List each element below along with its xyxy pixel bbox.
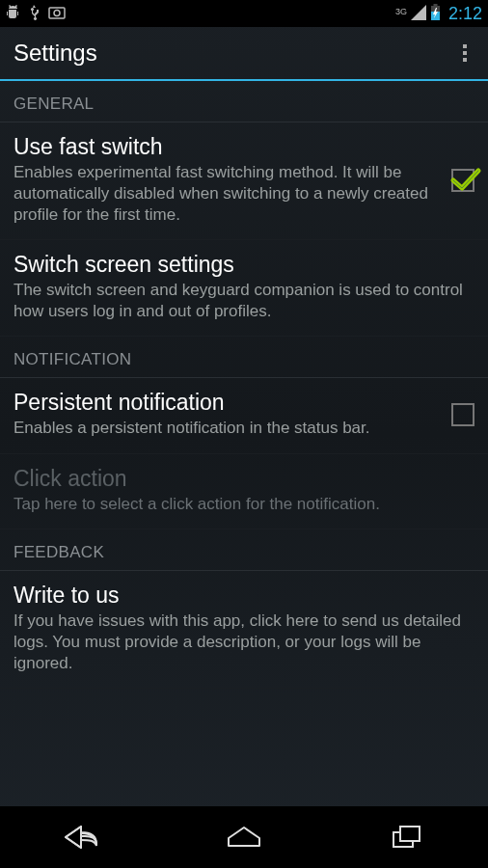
back-icon	[60, 823, 102, 852]
setting-subtitle: Tap here to select a click action for th…	[14, 494, 465, 515]
setting-title: Write to us	[14, 583, 465, 609]
section-header-feedback: FEEDBACK	[0, 529, 488, 571]
svg-rect-4	[433, 4, 437, 6]
settings-list: GENERAL Use fast switch Enables experime…	[0, 81, 488, 689]
setting-title: Use fast switch	[14, 134, 442, 160]
status-bar: 3G 2:12	[0, 0, 488, 27]
setting-subtitle: Enables a persistent notification in the…	[14, 418, 442, 439]
home-icon	[225, 825, 263, 850]
usb-icon	[27, 5, 41, 23]
overflow-menu-button[interactable]	[455, 37, 474, 69]
setting-subtitle: Enables experimental fast switching meth…	[14, 162, 442, 226]
setting-switch-screen[interactable]: Switch screen settings The switch screen…	[0, 240, 488, 337]
setting-write-to-us[interactable]: Write to us If you have issues with this…	[0, 571, 488, 689]
svg-rect-6	[400, 827, 420, 841]
network-label: 3G	[395, 7, 407, 16]
setting-title: Click action	[14, 466, 465, 492]
setting-subtitle: The switch screen and keyguard companion…	[14, 280, 465, 322]
recents-icon	[391, 824, 423, 851]
recents-button[interactable]	[368, 818, 446, 856]
nav-bar	[0, 806, 488, 868]
setting-persistent-notification[interactable]: Persistent notification Enables a persis…	[0, 378, 488, 453]
checkbox-persistent-notification[interactable]	[451, 403, 474, 426]
svg-point-1	[54, 10, 60, 15]
setting-use-fast-switch[interactable]: Use fast switch Enables experimental fas…	[0, 122, 488, 240]
back-button[interactable]	[42, 818, 120, 856]
clock: 2:12	[448, 4, 482, 24]
setting-title: Switch screen settings	[14, 252, 465, 278]
signal-icon: 3G	[395, 5, 426, 23]
section-header-general: GENERAL	[0, 81, 488, 122]
checkbox-fast-switch[interactable]	[451, 169, 474, 192]
svg-rect-0	[49, 8, 65, 18]
setting-title: Persistent notification	[14, 390, 442, 416]
section-header-notification: NOTIFICATION	[0, 337, 488, 378]
setting-subtitle: If you have issues with this app, click …	[14, 610, 465, 674]
battery-icon	[430, 4, 441, 24]
android-bug-icon	[6, 5, 19, 23]
page-title: Settings	[14, 40, 97, 67]
setting-click-action: Click action Tap here to select a click …	[0, 454, 488, 529]
checkmark-icon	[449, 165, 482, 194]
app-bar: Settings	[0, 27, 488, 81]
home-button[interactable]	[205, 818, 283, 856]
camera-icon	[48, 6, 66, 22]
